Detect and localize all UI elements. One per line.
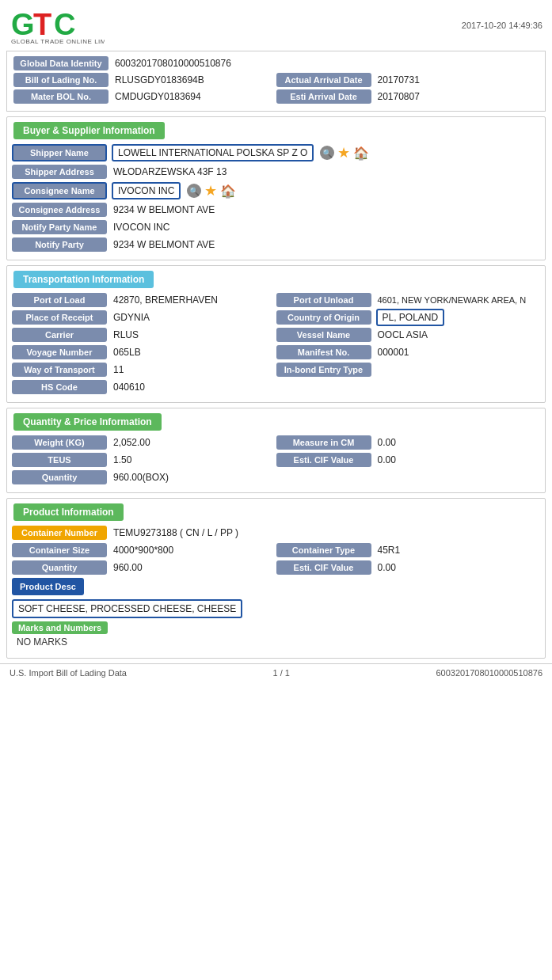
teus-value: 1.50 xyxy=(107,453,276,467)
container-number-value: TEMU9273188 ( CN / L / PP ) xyxy=(107,526,540,540)
transport-inbond-row: Way of Transport 11 In-bond Entry Type xyxy=(12,363,540,377)
footer-center: 1 / 1 xyxy=(272,668,289,678)
country-origin-col: Country of Origin PL, POLAND xyxy=(276,310,541,325)
product-qty-cif-row: Quantity 960.00 Esti. CIF Value 0.00 xyxy=(12,560,540,575)
vessel-value: OOCL ASIA xyxy=(371,328,541,342)
container-size-value: 4000*900*800 xyxy=(107,543,276,557)
bol-value: RLUSGDY0183694B xyxy=(108,73,211,87)
notify-party-name-row: Notify Party Name IVOCON INC xyxy=(12,220,540,234)
svg-text:T: T xyxy=(33,8,51,41)
actual-arrival-label: Actual Arrival Date xyxy=(276,73,371,87)
search-icon-2[interactable]: 🔍 xyxy=(187,184,201,198)
consignee-name-label: Consignee Name xyxy=(12,182,107,199)
page-footer: U.S. Import Bill of Lading Data 1 / 1 60… xyxy=(0,663,552,682)
transportation-section: Transportation Information Port of Load … xyxy=(6,265,546,403)
master-bol-half: Mater BOL No. CMDUGDY0183694 xyxy=(13,89,276,104)
star-icon[interactable]: ★ xyxy=(337,144,350,161)
product-desc-value: SOFT CHEESE, PROCESSED CHEESE, CHEESE xyxy=(12,599,242,618)
buyer-supplier-content: Shipper Name LOWELL INTERNATIONAL POLSKA… xyxy=(7,142,545,260)
container-number-row: Container Number TEMU9273188 ( CN / L / … xyxy=(12,526,540,540)
quantity-price-content: Weight (KG) 2,052.00 Measure in CM 0.00 … xyxy=(7,434,545,492)
esti-arrival-label: Esti Arrival Date xyxy=(276,89,371,104)
port-row: Port of Load 42870, BREMERHAVEN Port of … xyxy=(12,293,540,307)
esti-cif-value: 0.00 xyxy=(371,453,541,467)
shipper-address-label: Shipper Address xyxy=(12,165,107,179)
teus-label: TEUS xyxy=(12,453,107,467)
measure-col: Measure in CM 0.00 xyxy=(276,435,541,450)
teus-col: TEUS 1.50 xyxy=(12,453,276,467)
weight-label: Weight (KG) xyxy=(12,435,107,450)
voyage-label: Voyage Number xyxy=(12,345,107,359)
buyer-supplier-section: Buyer & Supplier Information Shipper Nam… xyxy=(6,116,546,260)
esti-arrival-value: 20170807 xyxy=(371,89,426,104)
home-icon[interactable]: 🏠 xyxy=(353,146,369,161)
port-load-value: 42870, BREMERHAVEN xyxy=(107,293,276,307)
manifest-col: Manifest No. 000001 xyxy=(276,345,541,359)
esti-cif-col: Esti. CIF Value 0.00 xyxy=(276,453,541,467)
global-data-value: 6003201708010000510876 xyxy=(108,56,238,70)
buyer-supplier-header: Buyer & Supplier Information xyxy=(13,122,165,139)
container-size-col: Container Size 4000*900*800 xyxy=(12,543,276,557)
teus-cif-row: TEUS 1.50 Esti. CIF Value 0.00 xyxy=(12,453,540,467)
svg-text:G: G xyxy=(11,8,35,41)
page-header: G T C GLOBAL TRADE ONLINE LIMITED 2017-1… xyxy=(0,0,552,47)
logo-box: G T C GLOBAL TRADE ONLINE LIMITED xyxy=(10,6,105,44)
inbond-label: In-bond Entry Type xyxy=(276,363,371,377)
consignee-name-value-box: IVOCON INC xyxy=(112,185,181,196)
search-icon[interactable]: 🔍 xyxy=(320,146,334,160)
notify-party-label: Notify Party xyxy=(12,237,107,252)
quantity-value: 960.00(BOX) xyxy=(107,470,540,484)
notify-party-name-value: IVOCON INC xyxy=(107,220,540,234)
logo-area: G T C GLOBAL TRADE ONLINE LIMITED xyxy=(10,6,105,44)
product-desc-section: Product Desc SOFT CHEESE, PROCESSED CHEE… xyxy=(12,578,540,618)
actual-arrival-half: Actual Arrival Date 20170731 xyxy=(276,73,539,87)
place-receipt-label: Place of Receipt xyxy=(12,310,107,325)
quantity-price-header: Quantity & Price Information xyxy=(13,413,162,431)
port-unload-label: Port of Unload xyxy=(276,293,371,307)
home-icon-2[interactable]: 🏠 xyxy=(220,184,236,199)
product-desc-label-wrapper: Product Desc xyxy=(12,578,540,595)
footer-right: 6003201708010000510876 xyxy=(436,668,542,678)
notify-party-row: Notify Party 9234 W BELMONT AVE xyxy=(12,237,540,252)
carrier-vessel-row: Carrier RLUS Vessel Name OOCL ASIA xyxy=(12,328,540,342)
weight-value: 2,052.00 xyxy=(107,435,276,450)
weight-col: Weight (KG) 2,052.00 xyxy=(12,435,276,450)
datetime-display: 2017-10-20 14:49:36 xyxy=(462,21,542,30)
container-number-label: Container Number xyxy=(12,526,107,540)
transportation-header: Transportation Information xyxy=(13,271,154,288)
place-receipt-col: Place of Receipt GDYNIA xyxy=(12,310,276,325)
way-transport-col: Way of Transport 11 xyxy=(12,363,276,377)
product-desc-value-wrapper: SOFT CHEESE, PROCESSED CHEESE, CHEESE xyxy=(12,598,540,618)
product-desc-label: Product Desc xyxy=(12,578,84,595)
quantity-label: Quantity xyxy=(12,470,107,484)
weight-measure-row: Weight (KG) 2,052.00 Measure in CM 0.00 xyxy=(12,435,540,450)
container-size-type-row: Container Size 4000*900*800 Container Ty… xyxy=(12,543,540,557)
master-esti-row: Mater BOL No. CMDUGDY0183694 Esti Arriva… xyxy=(13,89,539,104)
consignee-address-value: 9234 W BELMONT AVE xyxy=(107,203,540,217)
consignee-address-row: Consignee Address 9234 W BELMONT AVE xyxy=(12,203,540,217)
global-data-row: Global Data Identity 6003201708010000510… xyxy=(13,56,539,70)
actual-arrival-value: 20170731 xyxy=(371,73,426,87)
marks-value: NO MARKS xyxy=(12,634,540,650)
manifest-value: 000001 xyxy=(371,345,541,359)
carrier-col: Carrier RLUS xyxy=(12,328,276,342)
consignee-name-row: Consignee Name IVOCON INC 🔍 ★ 🏠 xyxy=(12,182,540,199)
voyage-manifest-row: Voyage Number 065LB Manifest No. 000001 xyxy=(12,345,540,359)
product-content: Container Number TEMU9273188 ( CN / L / … xyxy=(7,524,545,658)
carrier-label: Carrier xyxy=(12,328,107,342)
way-transport-label: Way of Transport xyxy=(12,363,107,377)
notify-party-name-label: Notify Party Name xyxy=(12,220,107,234)
measure-label: Measure in CM xyxy=(276,435,371,450)
star-icon-2[interactable]: ★ xyxy=(204,182,217,199)
port-unload-value: 4601, NEW YORK/NEWARK AREA, N xyxy=(371,294,541,306)
esti-cif-label: Esti. CIF Value xyxy=(276,453,371,467)
svg-text:C: C xyxy=(54,8,75,41)
container-type-value: 45R1 xyxy=(371,543,541,557)
product-qty-col: Quantity 960.00 xyxy=(12,560,276,575)
hs-code-label: HS Code xyxy=(12,380,107,394)
vessel-col: Vessel Name OOCL ASIA xyxy=(276,328,541,342)
global-data-label: Global Data Identity xyxy=(13,56,108,70)
voyage-col: Voyage Number 065LB xyxy=(12,345,276,359)
place-receipt-value: GDYNIA xyxy=(107,310,276,325)
product-cif-value: 0.00 xyxy=(371,560,541,575)
